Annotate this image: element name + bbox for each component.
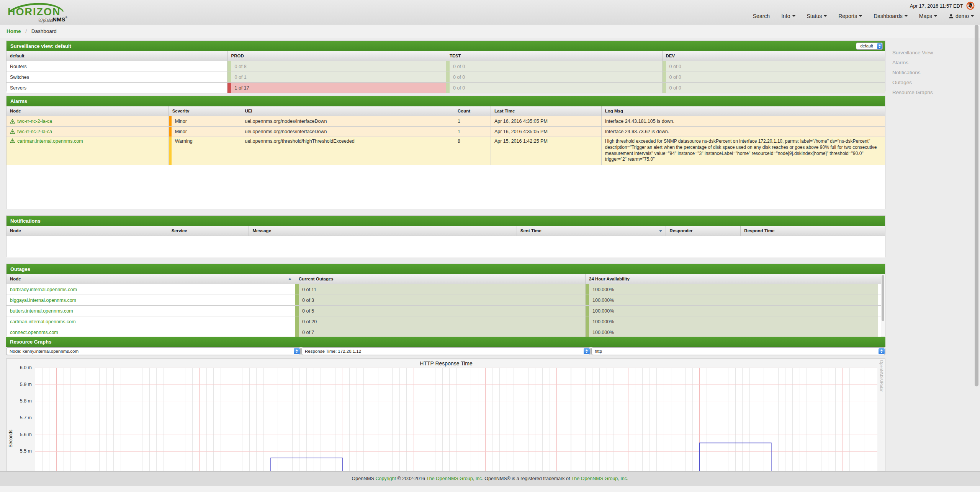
page-scrollbar[interactable] bbox=[975, 24, 979, 471]
horizon-opennms-logo[interactable]: HORIZON openNMS® bbox=[5, 2, 90, 23]
notifications-table-header: Node Service Message Sent Time Responder… bbox=[7, 226, 885, 236]
nav-reports[interactable]: Reports bbox=[838, 13, 862, 19]
footer-group-link[interactable]: The OpenNMS Group, Inc. bbox=[426, 476, 483, 481]
col-current-outages: Current Outages bbox=[295, 274, 586, 284]
outage-availability: 100.000% bbox=[586, 316, 878, 327]
rg-resource-select[interactable]: Response Time: 172.20.1.12 bbox=[301, 347, 591, 355]
cell-switches-prod[interactable]: 0 of 1 bbox=[227, 72, 446, 82]
outage-current: 0 of 11 bbox=[295, 284, 586, 295]
caret-down-icon bbox=[792, 15, 795, 17]
caret-down-icon bbox=[824, 15, 827, 17]
select-stepper-icon bbox=[294, 348, 300, 354]
outages-scrollbar-thumb[interactable] bbox=[882, 275, 884, 321]
table-row: Routers 0 of 8 0 of 0 0 of 0 bbox=[7, 61, 885, 72]
outages-scrollbar[interactable] bbox=[881, 274, 885, 336]
alarm-node-link[interactable]: twc-rr-nc-2-la-ca bbox=[17, 119, 52, 124]
alarm-node-link[interactable]: twc-rr-nc-2-la-ca bbox=[17, 129, 52, 134]
footer-group-link[interactable]: The OpenNMS Group, Inc. bbox=[571, 476, 628, 481]
col-prod: PROD bbox=[228, 51, 447, 61]
col-node: Node bbox=[7, 106, 169, 116]
sort-asc-icon bbox=[288, 278, 291, 280]
col-uei: UEI bbox=[241, 106, 454, 116]
outage-node-link[interactable]: cartman.internal.opennms.com bbox=[10, 319, 76, 324]
notifications-panel-header: Notifications bbox=[7, 216, 885, 226]
sidebar-item-surveillance-view[interactable]: Surveillance View bbox=[892, 50, 933, 55]
sidebar-item-resource-graphs[interactable]: Resource Graphs bbox=[892, 90, 933, 95]
nav-search[interactable]: Search bbox=[753, 13, 770, 19]
y-tick-label: 5.8 m bbox=[7, 398, 32, 404]
outage-availability: 100.000% bbox=[586, 284, 878, 295]
alarm-severity: Minor bbox=[169, 127, 242, 137]
chart-title: HTTP Response Time bbox=[7, 360, 885, 367]
cell-switches-dev[interactable]: 0 of 0 bbox=[663, 72, 885, 82]
caret-down-icon bbox=[859, 15, 862, 17]
alarm-log-msg: Interface 24.93.73.62 is down. bbox=[602, 127, 885, 137]
notification-muted-icon[interactable] bbox=[966, 2, 975, 10]
row-label: Routers bbox=[7, 61, 227, 72]
col-responder: Responder bbox=[666, 226, 741, 236]
alarm-node-link[interactable]: cartman.internal.opennms.com bbox=[17, 138, 83, 144]
breadcrumb-home-link[interactable]: Home bbox=[7, 28, 21, 34]
nav-info[interactable]: Info bbox=[781, 13, 795, 19]
rg-node-select[interactable]: Node: kenny.internal.opennms.com bbox=[6, 347, 301, 355]
cell-routers-dev[interactable]: 0 of 0 bbox=[663, 61, 885, 72]
cell-switches-test[interactable]: 0 of 0 bbox=[446, 72, 663, 82]
outage-node-link[interactable]: barbrady.internal.opennms.com bbox=[10, 287, 77, 292]
alarm-row: twc-rr-nc-2-la-ca Minor uei.opennms.org/… bbox=[7, 116, 885, 127]
nav-maps[interactable]: Maps bbox=[919, 13, 937, 19]
footer-middle: OpenNMS® is a registered trademark of bbox=[483, 476, 571, 481]
alarm-severity: Minor bbox=[169, 116, 242, 126]
current-datetime: Apr 17, 2016 11:57 EDT bbox=[910, 3, 963, 9]
y-axis-label: Seconds bbox=[8, 430, 13, 448]
top-header-bar: HORIZON openNMS® Apr 17, 2016 11:57 EDT … bbox=[0, 0, 980, 24]
footer-copyright-link[interactable]: Copyright bbox=[375, 476, 396, 481]
caret-down-icon bbox=[971, 15, 974, 17]
cell-servers-test[interactable]: 0 of 0 bbox=[446, 83, 663, 93]
nav-status[interactable]: Status bbox=[807, 13, 827, 19]
alarm-row: cartman.internal.opennms.com Warning uei… bbox=[7, 137, 885, 165]
resource-graphs-panel-header: Resource Graphs bbox=[6, 337, 885, 347]
page-scrollbar-thumb[interactable] bbox=[975, 25, 978, 386]
sidebar-item-notifications[interactable]: Notifications bbox=[892, 70, 933, 75]
col-node[interactable]: Node bbox=[7, 274, 295, 284]
surveillance-view-select[interactable]: default bbox=[856, 42, 883, 50]
sidebar-item-outages[interactable]: Outages bbox=[892, 80, 933, 85]
nav-dashboards[interactable]: Dashboards bbox=[874, 13, 908, 19]
rg-graph-select[interactable]: http bbox=[591, 347, 885, 355]
col-sent-time[interactable]: Sent Time bbox=[517, 226, 666, 236]
outage-node-link[interactable]: connect.opennms.com bbox=[10, 330, 58, 335]
cell-servers-dev[interactable]: 0 of 0 bbox=[663, 83, 885, 93]
alarm-uei: uei.opennms.org/nodes/interfaceDown bbox=[241, 127, 454, 137]
footer-range: © 2002-2016 bbox=[396, 476, 426, 481]
main-nav: Search Info Status Reports Dashboards Ma… bbox=[753, 13, 974, 19]
table-row: Servers 1 of 17 0 of 0 0 of 0 bbox=[7, 83, 885, 93]
table-row: Switches 0 of 1 0 of 0 0 of 0 bbox=[7, 72, 885, 83]
alarm-uei: uei.opennms.org/nodes/interfaceDown bbox=[241, 116, 454, 126]
breadcrumb-bar: Home / Dashboard bbox=[0, 24, 980, 38]
http-response-time-graph: HTTP Response Time 6.0 m 5.9 m 5.8 m 5.7… bbox=[6, 358, 885, 471]
alarm-count: 1 bbox=[454, 116, 491, 126]
logo-subtitle: openNMS® bbox=[38, 16, 67, 23]
node-alert-icon bbox=[10, 138, 15, 143]
surveillance-panel-header: Surveillance view: default default bbox=[7, 41, 885, 51]
cell-servers-prod-alert[interactable]: 1 of 17 bbox=[227, 83, 446, 93]
node-alert-icon bbox=[10, 129, 15, 134]
outage-node-link[interactable]: butters.internal.opennms.com bbox=[10, 308, 73, 314]
surveillance-table-header: default PROD TEST DEV bbox=[7, 51, 885, 61]
cell-routers-test[interactable]: 0 of 0 bbox=[446, 61, 663, 72]
alarms-panel: Alarms Node Severity UEI Count Last Time… bbox=[6, 96, 885, 209]
select-stepper-icon bbox=[584, 348, 590, 354]
notifications-panel: Notifications Node Service Message Sent … bbox=[6, 215, 885, 257]
y-tick-label: 6.0 m bbox=[7, 365, 32, 370]
sidebar-item-alarms[interactable]: Alarms bbox=[892, 60, 933, 65]
user-icon bbox=[949, 14, 954, 19]
outage-row: butters.internal.opennms.com 0 of 5 100.… bbox=[7, 306, 881, 316]
outage-node-link[interactable]: biggayal.internal.opennms.com bbox=[10, 298, 76, 303]
cell-routers-prod[interactable]: 0 of 8 bbox=[227, 61, 446, 72]
outage-current: 0 of 5 bbox=[295, 306, 586, 316]
col-node: Node bbox=[7, 226, 168, 236]
surveillance-view-panel: Surveillance view: default default defau… bbox=[6, 41, 885, 91]
nav-user-menu[interactable]: demo bbox=[949, 13, 974, 19]
caret-down-icon bbox=[934, 15, 937, 17]
page-footer: OpenNMS Copyright © 2002-2016 The OpenNM… bbox=[0, 471, 980, 486]
